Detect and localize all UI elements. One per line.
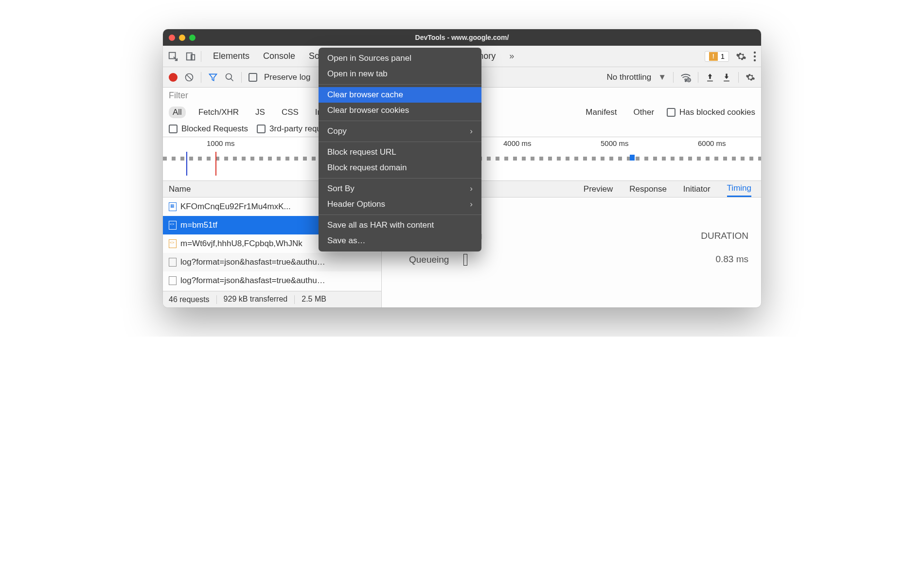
chevron-right-icon: › xyxy=(470,184,473,194)
throttling-dropdown-icon[interactable]: ▼ xyxy=(658,72,666,82)
filter-type-manifest[interactable]: Manifest xyxy=(582,107,621,118)
clear-icon[interactable] xyxy=(184,72,194,82)
svg-point-4 xyxy=(754,55,756,57)
timing-queueing-label: Queueing xyxy=(409,254,449,265)
request-name: log?format=json&hasfast=true&authu… xyxy=(180,257,325,267)
svg-point-5 xyxy=(754,59,756,61)
has-blocked-cookies-label: Has blocked cookies xyxy=(679,108,755,117)
blocked-requests-label: Blocked Requests xyxy=(181,124,248,134)
filter-type-css[interactable]: CSS xyxy=(278,107,302,118)
overview-tick: 5000 ms xyxy=(601,139,629,147)
status-resources: 2.5 MB xyxy=(294,295,326,304)
preserve-log-label: Preserve log xyxy=(264,72,310,82)
minimize-window-button[interactable] xyxy=(179,35,185,41)
throttling-select[interactable]: No throttling xyxy=(607,72,652,82)
timing-duration-header: DURATION xyxy=(701,231,748,241)
maximize-window-button[interactable] xyxy=(189,35,195,41)
filter-funnel-icon[interactable] xyxy=(208,72,218,82)
close-window-button[interactable] xyxy=(169,35,175,41)
timing-queue-bar xyxy=(463,254,467,266)
overview-tick: 1000 ms xyxy=(207,139,235,147)
overview-load-marker xyxy=(215,152,216,176)
file-type-icon xyxy=(169,221,177,230)
filter-type-js[interactable]: JS xyxy=(251,107,269,118)
timing-queue-value: 0.83 ms xyxy=(715,254,748,266)
inspect-element-icon[interactable] xyxy=(168,51,178,62)
file-type-icon xyxy=(169,258,177,267)
issues-badge[interactable]: ! 1 xyxy=(705,51,729,62)
preserve-log-checkbox[interactable] xyxy=(249,73,257,82)
device-toggle-icon[interactable] xyxy=(185,51,196,62)
tabbar-left-tools xyxy=(168,51,201,62)
filter-type-other[interactable]: Other xyxy=(630,107,658,118)
network-conditions-icon[interactable] xyxy=(680,72,691,83)
titlebar: DevTools - www.google.com/ xyxy=(163,29,761,46)
chevron-right-icon: › xyxy=(470,199,473,209)
request-row[interactable]: log?format=json&hasfast=true&authu… xyxy=(163,271,381,290)
overview-tick: 4000 ms xyxy=(503,139,532,147)
ctx-block-url[interactable]: Block request URL xyxy=(319,144,481,160)
request-name: m=bm51tf xyxy=(180,220,217,230)
warning-icon: ! xyxy=(709,52,718,61)
has-blocked-cookies-checkbox[interactable] xyxy=(667,108,675,117)
export-har-icon[interactable] xyxy=(722,72,731,82)
svg-point-8 xyxy=(685,80,687,81)
record-button[interactable] xyxy=(169,73,178,82)
issues-count: 1 xyxy=(721,52,725,60)
file-type-icon xyxy=(169,202,177,211)
request-name: m=Wt6vjf,hhhU8,FCpbqb,WhJNk xyxy=(180,239,302,249)
third-party-checkbox[interactable] xyxy=(257,125,266,133)
context-menu: Open in Sources panel Open in new tab Cl… xyxy=(319,48,481,251)
filter-type-all[interactable]: All xyxy=(169,107,186,118)
tab-console[interactable]: Console xyxy=(263,51,295,61)
overview-tick: 6000 ms xyxy=(698,139,726,147)
filter-input[interactable]: Filter xyxy=(169,90,188,101)
tab-elements[interactable]: Elements xyxy=(213,51,249,61)
more-menu-kebab-icon[interactable] xyxy=(753,51,756,62)
blocked-requests-checkbox[interactable] xyxy=(169,125,178,133)
ctx-clear-cache[interactable]: Clear browser cache xyxy=(319,87,481,103)
detail-tab-preview[interactable]: Preview xyxy=(584,184,613,194)
request-row[interactable]: log?format=json&hasfast=true&authu… xyxy=(163,253,381,271)
overview-request-marker xyxy=(630,155,635,161)
detail-tab-initiator[interactable]: Initiator xyxy=(683,184,711,194)
search-icon[interactable] xyxy=(225,72,234,82)
ctx-sort-by[interactable]: Sort By› xyxy=(319,181,481,197)
ctx-open-new-tab[interactable]: Open in new tab xyxy=(319,66,481,82)
detail-tab-timing[interactable]: Timing xyxy=(727,181,751,197)
status-transferred: 929 kB transferred xyxy=(216,295,288,304)
svg-point-7 xyxy=(226,73,232,79)
network-settings-icon[interactable] xyxy=(746,72,755,82)
overview-domcontent-marker xyxy=(186,152,187,176)
more-tabs-chevron-icon[interactable]: » xyxy=(509,51,514,61)
ctx-header-options[interactable]: Header Options› xyxy=(319,197,481,212)
import-har-icon[interactable] xyxy=(705,72,715,82)
request-status-bar: 46 requests 929 kB transferred 2.5 MB xyxy=(163,291,381,307)
request-name: log?format=json&hasfast=true&authu… xyxy=(180,276,325,286)
window-title: DevTools - www.google.com/ xyxy=(163,34,761,41)
request-name: KFOmCnqEu92Fr1Mu4mxK... xyxy=(180,202,291,212)
file-type-icon xyxy=(169,239,177,248)
svg-point-3 xyxy=(754,51,756,53)
ctx-save-har[interactable]: Save all as HAR with content xyxy=(319,217,481,233)
file-type-icon xyxy=(169,276,177,285)
ctx-open-sources[interactable]: Open in Sources panel xyxy=(319,51,481,66)
ctx-save-as[interactable]: Save as… xyxy=(319,233,481,249)
filter-type-fetchxhr[interactable]: Fetch/XHR xyxy=(195,107,243,118)
ctx-copy[interactable]: Copy› xyxy=(319,124,481,139)
ctx-clear-cookies[interactable]: Clear browser cookies xyxy=(319,103,481,118)
settings-gear-icon[interactable] xyxy=(736,51,746,62)
ctx-block-domain[interactable]: Block request domain xyxy=(319,160,481,176)
devtools-window: DevTools - www.google.com/ Elements Cons… xyxy=(163,29,761,307)
window-controls xyxy=(169,35,195,41)
detail-tab-response[interactable]: Response xyxy=(629,184,667,194)
chevron-right-icon: › xyxy=(470,126,473,136)
status-requests: 46 requests xyxy=(169,295,210,304)
